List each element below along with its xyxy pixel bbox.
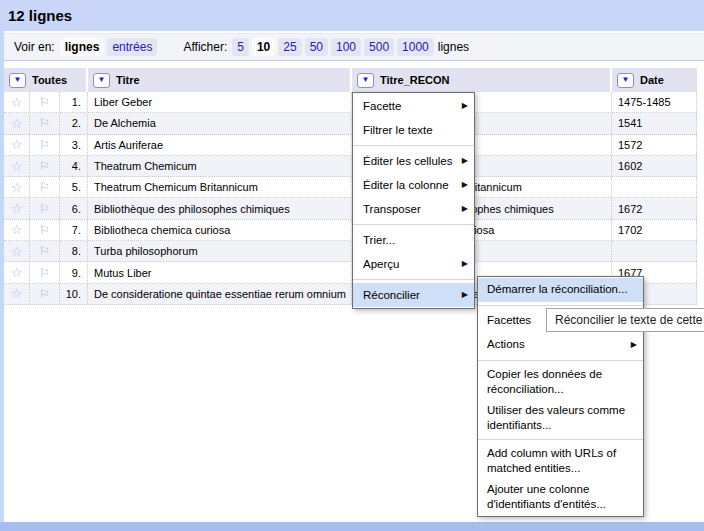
submenu-item-label: Actions: [487, 337, 627, 352]
column-menu-button-date[interactable]: ▼: [617, 73, 634, 88]
column-header-titre[interactable]: ▼ Titre: [88, 68, 352, 92]
flag-icon[interactable]: ⚐: [30, 92, 60, 112]
cell-titre[interactable]: Bibliotheca chemica curiosa: [88, 220, 352, 240]
column-header-date[interactable]: ▼ Date: [612, 68, 697, 92]
submenu-item[interactable]: Démarrer la réconciliation... ▶: [478, 278, 643, 302]
flag-icon[interactable]: ⚐: [30, 198, 60, 218]
star-icon[interactable]: ☆: [4, 113, 30, 133]
chevron-down-icon: ▼: [362, 76, 370, 84]
menu-item[interactable]: ▶: [353, 279, 474, 280]
flag-icon[interactable]: ⚐: [30, 220, 60, 240]
submenu-item-label: Utiliser des valeurs comme identifiants.…: [487, 403, 627, 433]
cell-date[interactable]: [612, 177, 697, 197]
star-icon[interactable]: ☆: [4, 156, 30, 176]
flag-icon[interactable]: ⚐: [30, 156, 60, 176]
cell-titre[interactable]: Artis Auriferae: [88, 135, 352, 155]
cell-titre[interactable]: Bibliothèque des philosophes chimiques: [88, 198, 352, 218]
menu-item[interactable]: Éditer la colonne ▶: [353, 173, 474, 197]
cell-titre[interactable]: De consideratione quintae essentiae reru…: [88, 284, 352, 304]
menu-item[interactable]: Facette ▶: [353, 94, 474, 118]
menu-item-label: Éditer la colonne: [363, 177, 458, 193]
column-header-titre-recon[interactable]: ▼ Titre_RECON: [352, 68, 612, 92]
menu-item[interactable]: Éditer les cellules ▶: [353, 149, 474, 173]
tooltip: Réconcilier le texte de cette: [546, 308, 704, 332]
menu-item[interactable]: ▶: [353, 145, 474, 146]
cell-date[interactable]: 1702: [612, 220, 697, 240]
cell-titre[interactable]: Theatrum Chemicum Britannicum: [88, 177, 352, 197]
cell-date[interactable]: 1475-1485: [612, 92, 697, 112]
star-icon[interactable]: ☆: [4, 262, 30, 282]
column-label: Titre: [116, 74, 140, 86]
star-icon[interactable]: ☆: [4, 220, 30, 240]
flag-icon[interactable]: ⚐: [30, 241, 60, 261]
page-size-label: Afficher:: [183, 40, 227, 54]
view-toolbar: Voir en: lignes entrées Afficher: 5 10 2…: [4, 33, 704, 61]
submenu-item[interactable]: ▶: [478, 305, 643, 306]
page-size-option[interactable]: 500: [364, 38, 394, 56]
view-option[interactable]: entrées: [107, 38, 157, 56]
menu-item-label: Aperçu: [363, 256, 458, 272]
star-icon[interactable]: ☆: [4, 284, 30, 304]
star-icon[interactable]: ☆: [4, 135, 30, 155]
star-icon[interactable]: ☆: [4, 177, 30, 197]
menu-item-label: Réconcilier: [363, 287, 458, 303]
cell-date[interactable]: 1541: [612, 113, 697, 133]
chevron-down-icon: ▼: [98, 76, 106, 84]
menu-item[interactable]: Filtrer le texte ▶: [353, 118, 474, 142]
menu-item-label: Transposer: [363, 201, 458, 217]
star-icon[interactable]: ☆: [4, 92, 30, 112]
page-size-option[interactable]: 10: [252, 38, 275, 56]
cell-date[interactable]: [612, 241, 697, 261]
flag-icon[interactable]: ⚐: [30, 262, 60, 282]
submenu-arrow-icon: ▶: [631, 337, 637, 353]
submenu-arrow-icon: ▶: [462, 98, 468, 114]
page-size-option[interactable]: 25: [278, 38, 301, 56]
flag-icon[interactable]: ⚐: [30, 135, 60, 155]
cell-titre[interactable]: Theatrum Chemicum: [88, 156, 352, 176]
submenu-item-label: Add column with URLs of matched entities…: [487, 446, 627, 476]
page-size-option[interactable]: 5: [232, 38, 249, 56]
column-menu-button-toutes[interactable]: ▼: [9, 73, 26, 88]
submenu-item[interactable]: Utiliser des valeurs comme identifiants.…: [478, 400, 643, 436]
column-context-menu: Facette ▶ Filtrer le texte ▶ ▶ Éditer le…: [352, 92, 475, 309]
column-label: Titre_RECON: [380, 74, 449, 86]
cell-titre[interactable]: Mutus Liber: [88, 262, 352, 282]
cell-date[interactable]: 1602: [612, 156, 697, 176]
menu-item[interactable]: ▶: [353, 224, 474, 225]
page-size-options: 5 10 25 50 100 500 1000: [232, 38, 434, 56]
menu-item[interactable]: Réconcilier ▶: [353, 283, 474, 307]
column-menu-button-titre[interactable]: ▼: [93, 73, 110, 88]
menu-item[interactable]: Transposer ▶: [353, 197, 474, 221]
cell-titre[interactable]: Liber Geber: [88, 92, 352, 112]
column-menu-button-titre-recon[interactable]: ▼: [357, 73, 374, 88]
submenu-item[interactable]: Actions ▶: [478, 333, 643, 357]
menu-item[interactable]: Trier... ▶: [353, 228, 474, 252]
table-row: ☆ ⚐ 7. Bibliotheca chemica curiosa Bibli…: [4, 220, 697, 241]
page-size-option[interactable]: 1000: [397, 38, 434, 56]
cell-titre[interactable]: De Alchemia: [88, 113, 352, 133]
flag-icon[interactable]: ⚐: [30, 284, 60, 304]
submenu-item[interactable]: ▶: [478, 360, 643, 361]
page-size-option[interactable]: 100: [331, 38, 361, 56]
star-icon[interactable]: ☆: [4, 241, 30, 261]
submenu-item[interactable]: ▶: [478, 439, 643, 440]
cell-titre[interactable]: Turba philosophorum: [88, 241, 352, 261]
menu-item[interactable]: Aperçu ▶: [353, 252, 474, 276]
star-icon[interactable]: ☆: [4, 198, 30, 218]
row-index: 6.: [60, 198, 88, 218]
row-index: 7.: [60, 220, 88, 240]
flag-icon[interactable]: ⚐: [30, 177, 60, 197]
view-option[interactable]: lignes: [60, 38, 105, 56]
tooltip-text: Réconcilier le texte de cette: [555, 313, 702, 327]
submenu-item[interactable]: Add column with URLs of matched entities…: [478, 443, 643, 479]
submenu-item[interactable]: Copier les données de réconciliation... …: [478, 364, 643, 400]
submenu-item[interactable]: Ajouter une colonne d'identifiants d'ent…: [478, 479, 643, 515]
flag-icon[interactable]: ⚐: [30, 113, 60, 133]
cell-date[interactable]: 1672: [612, 198, 697, 218]
menu-item-label: Éditer les cellules: [363, 153, 458, 169]
menu-item-label: Filtrer le texte: [363, 122, 458, 138]
page-size-option[interactable]: 50: [305, 38, 328, 56]
column-header-toutes[interactable]: ▼ Toutes: [4, 68, 88, 92]
row-index: 9.: [60, 262, 88, 282]
cell-date[interactable]: 1572: [612, 135, 697, 155]
